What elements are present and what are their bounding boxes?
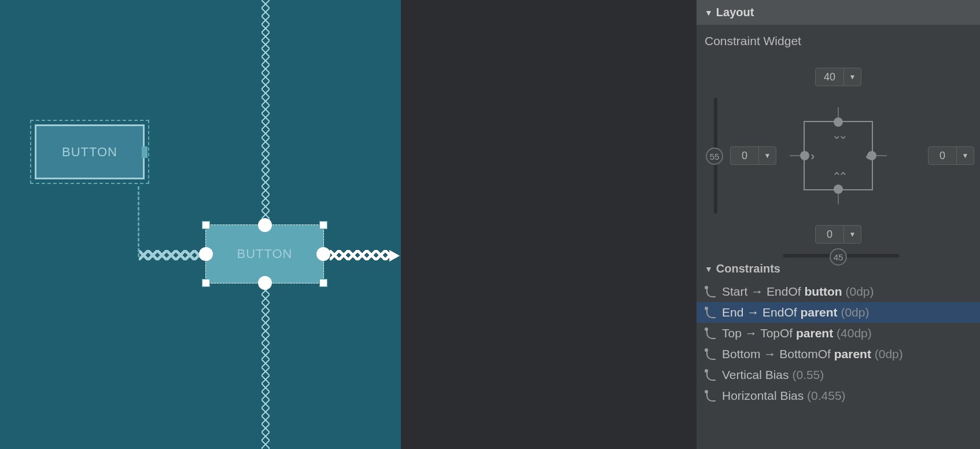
margin-right-input[interactable]: 0 ▼ — [928, 146, 974, 165]
constraint-text: End → EndOf parent (0dp) — [722, 306, 869, 319]
button-widget-2-selected[interactable]: BUTTON — [205, 225, 324, 284]
constraint-icon — [705, 348, 716, 360]
constraint-spring-top — [261, 0, 270, 226]
section-title: Layout — [716, 6, 754, 19]
margin-value: 40 — [816, 68, 843, 86]
chevron-up-icon: ⌃⌃ — [832, 171, 845, 182]
chevron-down-icon[interactable]: ▼ — [956, 147, 974, 164]
margin-value: 0 — [929, 147, 956, 164]
constraint-text: Vertical Bias (0.55) — [722, 368, 824, 382]
constraint-row[interactable]: Bottom → BottomOf parent (0dp) — [697, 344, 980, 365]
design-canvas[interactable]: BUTTON BUTTON — [0, 0, 401, 449]
constraint-anchor-icon[interactable] — [199, 247, 213, 261]
connector-line — [876, 155, 887, 156]
button-widget-1[interactable]: BUTTON — [35, 124, 145, 179]
layout-section-header[interactable]: ▼ Layout — [697, 0, 980, 25]
disclosure-triangle-icon: ▼ — [705, 8, 713, 17]
anchor-dot-icon[interactable] — [800, 151, 809, 160]
chevron-down-icon[interactable]: ▼ — [843, 68, 861, 86]
chevron-down-icon[interactable]: ▼ — [758, 147, 776, 164]
constraint-row[interactable]: End → EndOf parent (0dp) — [697, 302, 980, 323]
constraint-row[interactable]: Top → TopOf parent (40dp) — [697, 323, 980, 344]
margin-bottom-input[interactable]: 0 ▼ — [815, 225, 861, 244]
chevron-left-icon: ‹‹ — [865, 150, 866, 161]
constraint-widget[interactable]: 55 40 ▼ 0 ▼ 0 ▼ 0 ▼ ⌄⌄ ⌃⌃ ›› — [697, 51, 980, 260]
constraint-text: Start → EndOf button (0dp) — [722, 285, 874, 299]
constraint-icon — [705, 327, 716, 339]
connector-line — [838, 107, 839, 117]
margin-left-input[interactable]: 0 ▼ — [730, 146, 776, 165]
anchor-dot-icon[interactable] — [834, 117, 843, 127]
constraints-list: Start → EndOf button (0dp)End → EndOf pa… — [697, 281, 980, 406]
constraint-text: Bottom → BottomOf parent (0dp) — [722, 347, 903, 361]
connector-line — [838, 194, 839, 204]
margin-top-input[interactable]: 40 ▼ — [815, 68, 861, 86]
constraint-icon — [705, 286, 716, 297]
constraint-widget-label: Constraint Widget — [697, 25, 980, 51]
constraint-text: Top → TopOf parent (40dp) — [722, 326, 872, 340]
constraint-spring-bottom — [261, 286, 270, 449]
constraint-guide-dash — [138, 186, 139, 257]
constraint-row[interactable]: Start → EndOf button (0dp) — [697, 281, 980, 302]
anchor-dot-icon[interactable] — [834, 185, 843, 194]
constraint-icon — [705, 307, 716, 318]
constraint-row[interactable]: Vertical Bias (0.55) — [697, 365, 980, 385]
connector-line — [790, 155, 800, 156]
constraint-anchor-icon[interactable] — [258, 218, 272, 232]
vertical-bias-value[interactable]: 55 — [706, 148, 723, 165]
section-title: Constraints — [716, 262, 780, 275]
constraint-inner-box[interactable]: ⌄⌄ ⌃⌃ ›› ‹‹ — [804, 121, 873, 190]
margin-value: 0 — [731, 147, 758, 164]
editor-empty-area — [401, 0, 697, 449]
constraint-icon — [705, 390, 716, 402]
constraint-text: Horizontal Bias (0.455) — [722, 389, 846, 403]
resize-handle-icon[interactable] — [319, 221, 327, 229]
constraint-anchor-icon[interactable] — [258, 276, 272, 290]
resize-handle-icon[interactable] — [319, 279, 327, 287]
chevron-down-icon[interactable]: ▼ — [843, 226, 861, 243]
anchor-handle-icon[interactable] — [142, 146, 148, 158]
button-label: BUTTON — [62, 145, 117, 160]
anchor-dot-icon[interactable] — [867, 151, 876, 160]
constraint-icon — [705, 369, 716, 381]
constraint-anchor-icon[interactable] — [316, 247, 330, 261]
constraint-spring-end — [330, 250, 390, 260]
button-label: BUTTON — [237, 246, 292, 262]
horizontal-bias-value[interactable]: 45 — [830, 248, 847, 266]
disclosure-triangle-icon: ▼ — [705, 264, 713, 274]
chevron-right-icon: ›› — [810, 150, 811, 161]
constraint-row[interactable]: Horizontal Bias (0.455) — [697, 385, 980, 406]
chevron-down-icon: ⌄⌄ — [832, 129, 845, 141]
resize-handle-icon[interactable] — [202, 279, 210, 287]
margin-value: 0 — [816, 226, 843, 243]
resize-handle-icon[interactable] — [202, 221, 210, 229]
arrow-right-icon — [389, 250, 400, 262]
attributes-panel: ▼ Layout Constraint Widget 55 40 ▼ 0 ▼ 0… — [697, 0, 980, 449]
constraint-spring-start — [139, 250, 202, 260]
